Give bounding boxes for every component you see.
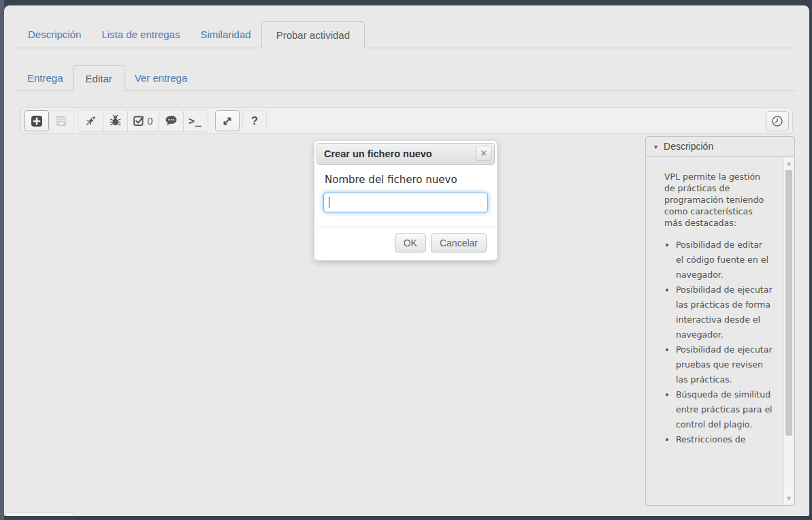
question-icon: ? xyxy=(251,114,258,128)
description-intro: VPL permite la gestión de prácticas de p… xyxy=(664,171,773,229)
tab-similaridad[interactable]: Similaridad xyxy=(190,21,261,48)
dialog-title: Crear un fichero nuevo xyxy=(324,148,432,159)
resize-arrows-icon xyxy=(221,114,234,128)
tab-entrega[interactable]: Entrega xyxy=(18,65,73,91)
save-icon xyxy=(54,114,68,128)
list-item: Posibilidad de ejecutar pruebas que revi… xyxy=(676,342,773,387)
debug-button[interactable] xyxy=(103,110,127,131)
editor-toolbar: 0 >_ xyxy=(20,108,793,134)
list-item: Restricciones de xyxy=(676,432,773,447)
new-file-button[interactable] xyxy=(25,110,49,131)
text-caret xyxy=(329,197,329,208)
run-button[interactable] xyxy=(78,110,103,131)
close-icon: × xyxy=(481,148,486,158)
dialog-content: Nombre del fichero nuevo xyxy=(316,165,495,227)
tab-editar[interactable]: Editar xyxy=(73,65,125,91)
description-panel-title: Descripción xyxy=(664,141,713,152)
plus-icon xyxy=(30,114,44,128)
filename-input[interactable] xyxy=(323,193,488,212)
vpl-editor-page: { "colors": { "frame": "#3a4250", "page_… xyxy=(0,0,812,520)
description-panel-body: VPL permite la gestión de prácticas de p… xyxy=(645,157,795,506)
list-item: Posibilidad de editar el código fuente e… xyxy=(676,238,773,282)
tab-lista-de-entregas[interactable]: Lista de entregas xyxy=(91,21,190,48)
dialog-close-button[interactable]: × xyxy=(476,146,491,161)
console-button[interactable]: >_ xyxy=(183,110,208,131)
help-button[interactable]: ? xyxy=(242,110,267,131)
cancel-button[interactable]: Cancelar xyxy=(431,233,487,253)
horizontal-scrollbar-stub[interactable] xyxy=(5,512,74,516)
page-card: Descripción Lista de entregas Similarida… xyxy=(4,5,809,516)
evaluate-button[interactable]: 0 xyxy=(127,110,159,131)
description-feature-list: Posibilidad de editar el código fuente e… xyxy=(664,238,773,447)
description-scrollbar[interactable]: ▲ ▼ xyxy=(783,157,794,504)
description-panel: ▾ Descripción VPL permite la gestión de … xyxy=(645,136,795,506)
time-left-button[interactable] xyxy=(766,111,789,131)
run-tools-group: 0 >_ xyxy=(78,110,208,132)
description-text: VPL permite la gestión de prácticas de p… xyxy=(664,171,773,447)
description-panel-header[interactable]: ▾ Descripción xyxy=(645,136,795,157)
save-button xyxy=(49,110,74,131)
fullscreen-button[interactable] xyxy=(215,110,240,131)
tab-probar-actividad[interactable]: Probar actividad xyxy=(261,21,365,48)
secondary-tab-bar: Entrega Editar Ver entrega xyxy=(16,65,796,91)
create-file-dialog: Crear un fichero nuevo × Nombre del fich… xyxy=(314,140,498,261)
scroll-up-arrow-icon[interactable]: ▲ xyxy=(784,158,794,168)
list-item: Búsqueda de similitud entre prácticas pa… xyxy=(676,387,773,432)
tab-descripcion[interactable]: Descripción xyxy=(18,21,91,48)
bug-icon xyxy=(108,114,123,128)
terminal-icon: >_ xyxy=(189,115,202,127)
comments-button[interactable] xyxy=(159,110,183,131)
rocket-icon xyxy=(84,114,98,128)
list-item: Posibilidad de ejecutar las prácticas de… xyxy=(676,282,773,342)
primary-tab-bar: Descripción Lista de entregas Similarida… xyxy=(16,19,796,48)
ok-button[interactable]: OK xyxy=(395,233,426,253)
checkbox-icon xyxy=(133,114,146,127)
dialog-titlebar[interactable]: Crear un fichero nuevo × xyxy=(316,143,495,165)
clock-icon xyxy=(770,114,784,128)
scroll-down-arrow-icon[interactable]: ▼ xyxy=(784,493,794,504)
speech-bubble-icon xyxy=(164,114,178,128)
dialog-footer: OK Cancelar xyxy=(316,227,495,258)
filename-label: Nombre del fichero nuevo xyxy=(325,174,488,186)
chevron-down-icon: ▾ xyxy=(654,143,657,150)
evaluate-count: 0 xyxy=(147,115,152,127)
tab-ver-entrega[interactable]: Ver entrega xyxy=(125,65,197,91)
scrollbar-thumb[interactable] xyxy=(785,170,792,436)
